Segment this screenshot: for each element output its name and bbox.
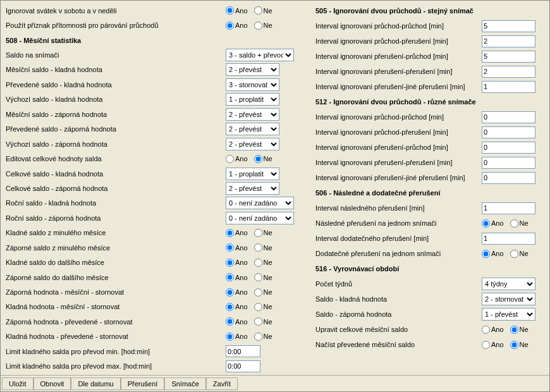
label-limit-klad-max: Limit kladného salda pro převod max. [ho… [4, 362, 226, 370]
select-rocni-saldo-zap[interactable]: 0 - není zadáno [226, 212, 294, 224]
label-int505-rp: Interval ignorovani přerušení-průchod [m… [314, 52, 482, 60]
select-saldo-na-snimaci[interactable]: 3 - saldo + převod [226, 49, 294, 61]
interrupt-button[interactable]: Přerušení [121, 377, 165, 390]
label-pocet-tydnu: Počet týdnů [314, 280, 482, 288]
label-int512-rp: Interval ignorovani přerušení-průchod [m… [314, 144, 482, 151]
label-int512-pprr: Interval ignorovani průchod-přerušení [m… [314, 128, 482, 136]
label-editovat-celk: Editovat celkové hodnoty salda [4, 155, 226, 162]
select-celk-saldo-klad[interactable]: 1 - proplatit [226, 168, 279, 180]
input-int512-pp[interactable] [482, 111, 535, 123]
label-mes-saldo-klad: Měsíční saldo - kladná hodnota [4, 66, 226, 73]
input-limit-klad-min[interactable] [226, 345, 260, 357]
label-dod-jed: Dodatečné přerušení na jednom snímači [314, 250, 482, 257]
input-int-dod[interactable] [482, 233, 535, 245]
input-int512-rp[interactable] [482, 142, 535, 154]
label-int505-rr: Interval ignorovani přerušení-přerušení … [314, 68, 482, 75]
radio-klad-min-mes[interactable]: Ano Ne [226, 229, 295, 237]
save-button[interactable]: Uložit [2, 377, 34, 390]
label-int505-pprr: Interval ignorovani průchod-přerušení [m… [314, 37, 482, 45]
select-saldo-zap[interactable]: 1 - převést [482, 308, 535, 321]
label-nasl-jed: Následné přerušení na jednom snímači [314, 219, 482, 227]
label-prev-saldo-klad: Převedené saldo - kladná hodnota [4, 81, 226, 89]
label-int505-rj: Interval ignorovani přerušení-jiné přeru… [314, 83, 482, 90]
section-512-head: 512 - Ignorování dvou průchodů - různé s… [314, 98, 542, 106]
input-int505-pp[interactable] [482, 20, 535, 32]
input-int-nasl[interactable] [482, 202, 535, 214]
button-bar: Uložit Obnovit Dle datumu Přerušení Sním… [1, 375, 549, 391]
label-celk-saldo-zap: Celkové saldo - záporná hodnota [4, 185, 226, 192]
label-vych-saldo-zap: Výchozí saldo - záporná hodnota [4, 140, 226, 148]
input-int512-pprr[interactable] [482, 126, 535, 138]
right-column: 505 - Ignorování dvou průchodů - stejný … [314, 3, 542, 374]
radio-klad-hodn-mes-storn[interactable]: Ano Ne [226, 303, 295, 311]
label-rocni-saldo-klad: Roční saldo - kladná hodnota [4, 199, 226, 207]
readers-button[interactable]: Snímače [164, 377, 205, 390]
label-upravit-celk: Upravit celkové měsíční saldo [314, 326, 482, 333]
label-rocni-saldo-zap: Roční saldo - záporná hodnota [4, 214, 226, 222]
label-vych-saldo-klad: Výchozí saldo - kladná hodnota [4, 95, 226, 103]
radio-ne[interactable] [254, 6, 262, 15]
label-int512-rj: Interval ignorovani přerušení-jiné přeru… [314, 174, 482, 181]
select-prev-saldo-klad[interactable]: 3 - stornovat [226, 78, 279, 91]
select-vych-saldo-zap[interactable]: 2 - převést [226, 138, 279, 150]
label-prev-saldo-zap: Převedené saldo - záporná hodnota [4, 125, 226, 133]
radio-nacist-prev[interactable]: Ano Ne [482, 341, 539, 349]
label-klad-hodn-mes-storn: Kladná hodnota - měsíční - stornovat [4, 303, 226, 310]
label-zap-min-mes: Záporné saldo z minulého měsíce [4, 244, 226, 252]
radio-zap-dal-mes[interactable]: Ano Ne [226, 273, 295, 281]
refresh-button[interactable]: Obnovit [34, 377, 71, 390]
select-vych-saldo-klad[interactable]: 1 - proplatit [226, 93, 279, 106]
radio-ignorovat-svatek[interactable]: Ano Ne [226, 6, 295, 15]
label-zap-dal-mes: Záporné saldo do dalšího měsíce [4, 274, 226, 281]
select-saldo-klad[interactable]: 2 - stornovat [482, 293, 535, 305]
radio-ano[interactable] [226, 6, 234, 15]
input-int512-rj[interactable] [482, 172, 535, 184]
radio-pouzit-priznak[interactable]: Ano Ne [226, 21, 295, 30]
left-column: Ignorovat svátek v sobotu a v neděli Ano… [4, 3, 314, 374]
section-505-head: 505 - Ignorování dvou průchodů - stejný … [314, 7, 542, 15]
select-mes-saldo-zap[interactable]: 2 - převést [226, 108, 279, 121]
label-zap-hodn-prev-storn: Záporná hodnota - převedené - stornovat [4, 318, 226, 326]
label-nacist-prev: Načíst převedené měsíční saldo [314, 341, 482, 348]
label-ignorovat-svatek: Ignorovat svátek v sobotu a v neděli [4, 7, 226, 15]
content-area: Ignorovat svátek v sobotu a v neděli Ano… [1, 1, 549, 374]
select-rocni-saldo-klad[interactable]: 0 - není zadáno [226, 197, 294, 209]
by-date-button[interactable]: Dle datumu [71, 377, 120, 390]
radio-zap-hodn-mes-storn[interactable]: Ano Ne [226, 288, 295, 297]
select-prev-saldo-zap[interactable]: 2 - převést [226, 123, 279, 135]
input-int505-rr[interactable] [482, 66, 535, 78]
label-zap-hodn-mes-storn: Záporná hodnota - měsíční - stornovat [4, 288, 226, 296]
input-int505-pprr[interactable] [482, 35, 535, 47]
input-limit-klad-max[interactable] [226, 360, 260, 372]
radio-klad-hodn-prev-storn[interactable]: Ano Ne [226, 333, 295, 341]
label-int-nasl: Interval následného přerušení [min] [314, 204, 482, 212]
select-mes-saldo-klad[interactable]: 2 - převést [226, 63, 279, 76]
input-int505-rj[interactable] [482, 81, 535, 93]
label-mes-saldo-zap: Měsíční saldo - záporná hodnota [4, 111, 226, 118]
label-saldo-zap: Saldo - záporná hodnota [314, 310, 482, 318]
radio-nasl-jed[interactable]: Ano Ne [482, 219, 539, 228]
radio-zap-min-mes[interactable]: Ano Ne [226, 243, 295, 252]
select-pocet-tydnu[interactable]: 4 týdny [482, 278, 535, 290]
label-celk-saldo-klad: Celkové saldo - kladná hodnota [4, 170, 226, 178]
close-button[interactable]: Zavřít [206, 377, 238, 390]
radio-dod-jed[interactable]: Ano Ne [482, 250, 539, 258]
radio-zap-hodn-prev-storn[interactable]: Ano Ne [226, 317, 295, 326]
label-int-dod: Interval dodatečného přerušení [min] [314, 235, 482, 242]
label-int512-rr: Interval ignorovani přerušení-přerušení … [314, 159, 482, 166]
radio-editovat-celk[interactable]: Ano Ne [226, 155, 295, 163]
label-klad-min-mes: Kladné saldo z minulého měsíce [4, 229, 226, 236]
label-klad-dal-mes: Kladné saldo do dalšího měsíce [4, 259, 226, 266]
label-saldo-na-snimaci: Saldo na snímači [4, 51, 226, 59]
input-int512-rr[interactable] [482, 157, 535, 169]
label-int505-pp: Interval ignorovani průchod-průchod [min… [314, 22, 482, 30]
radio-upravit-celk[interactable]: Ano Ne [482, 326, 539, 334]
section-516-head: 516 - Vyrovnávací období [314, 265, 542, 273]
section-508-head: 508 - Měsíční statistika [4, 37, 226, 44]
label-int512-pp: Interval ignorovani průchod-průchod [min… [314, 113, 482, 121]
input-int505-rp[interactable] [482, 51, 535, 63]
radio-klad-dal-mes[interactable]: Ano Ne [226, 259, 295, 267]
select-celk-saldo-zap[interactable]: 2 - převést [226, 182, 279, 195]
label-klad-hodn-prev-storn: Kladná hodnota - převedené - stornovat [4, 333, 226, 340]
settings-panel: Ignorovat svátek v sobotu a v neděli Ano… [0, 0, 550, 392]
